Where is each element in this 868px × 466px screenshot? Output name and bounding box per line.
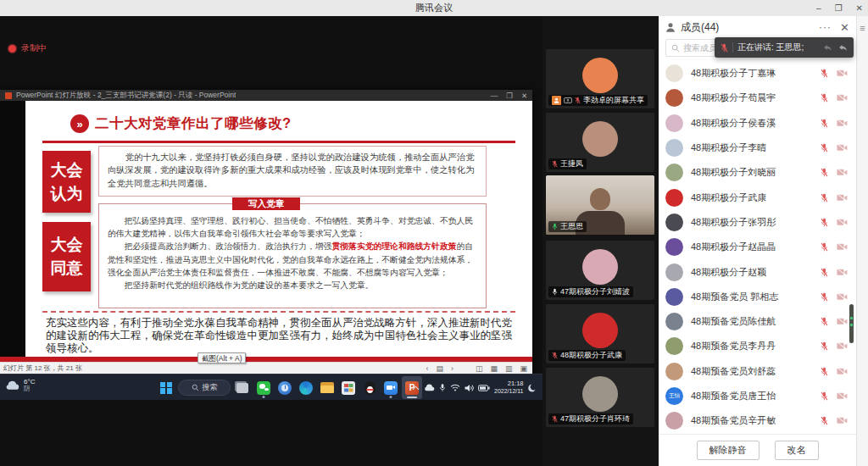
taskbar-app-store-app[interactable] — [338, 376, 359, 399]
mic-off-icon[interactable] — [821, 168, 828, 177]
member-row[interactable]: 48期积极分子侯春溪 — [659, 111, 856, 136]
taskbar-app-tencent-meeting[interactable] — [381, 376, 401, 399]
video-tile[interactable]: 王捷凤 — [546, 113, 654, 172]
ppt-close-button[interactable]: ✕ — [521, 92, 527, 100]
taskbar-app-task-view[interactable] — [232, 376, 253, 399]
menu-icon[interactable]: ≡ — [857, 23, 868, 33]
camera-off-icon[interactable] — [837, 417, 848, 424]
reply-arrow-icon[interactable] — [838, 44, 848, 52]
close-button[interactable]: ✕ — [856, 3, 863, 13]
reply-arrow-icon[interactable] — [823, 44, 832, 52]
camera-off-icon[interactable] — [837, 293, 848, 301]
mic-off-icon[interactable] — [821, 268, 828, 277]
taskbar-app-edge-browser[interactable] — [296, 376, 316, 399]
camera-off-icon[interactable] — [837, 318, 848, 325]
camera-off-icon[interactable] — [837, 169, 848, 176]
pen-menu-icon[interactable]: ▤ — [436, 364, 443, 373]
ppt-minimize-button[interactable]: — — [491, 92, 498, 100]
camera-off-icon[interactable] — [837, 194, 848, 202]
member-row[interactable]: 48期积极分子张羽彤 — [659, 210, 856, 235]
member-row[interactable]: 48期积极分子李晴 — [659, 136, 856, 160]
panel-close-icon[interactable]: ✕ — [840, 21, 849, 34]
comments-icon[interactable]: ◫ — [476, 364, 483, 373]
minimize-button[interactable]: – — [816, 3, 821, 13]
camera-off-icon[interactable] — [837, 94, 848, 102]
mic-off-icon[interactable] — [821, 341, 828, 351]
taskbar-app-qq[interactable] — [359, 376, 380, 399]
slide-paragraph: 把弘扬坚持真理、坚守理想、践行初心、担当使命、不怕牺牲、英勇斗争、对党忠诚、不负… — [108, 214, 477, 240]
camera-off-icon[interactable] — [837, 144, 848, 152]
mic-off-icon[interactable] — [821, 69, 828, 78]
wifi-icon[interactable] — [450, 384, 460, 391]
tencent-meeting-icon — [384, 381, 398, 395]
member-row[interactable]: 48期积极分子武康 — [659, 185, 856, 209]
camera-off-icon[interactable] — [837, 69, 848, 77]
camera-off-icon[interactable] — [837, 342, 848, 350]
mic-off-icon[interactable] — [821, 367, 828, 376]
unmute-button[interactable]: 解除静音 — [697, 441, 760, 460]
ppt-restore-button[interactable]: ❐ — [506, 92, 513, 100]
member-row[interactable]: 48期积极分子刘晓丽 — [659, 160, 856, 185]
screenshot-tooltip: 截图(Alt + A) — [198, 352, 246, 363]
member-row[interactable]: 48期预备党员李丹丹 — [659, 334, 856, 358]
mic-off-icon[interactable] — [821, 93, 828, 103]
mic-off-icon[interactable] — [821, 317, 828, 326]
video-tile[interactable]: 47期积极分子肖环琦 — [546, 368, 654, 427]
member-row[interactable]: 48期积极分子丁嘉琳 — [659, 61, 856, 86]
participant-label: 47期积极分子肖环琦 — [548, 413, 633, 424]
taskbar-app-security-app[interactable] — [275, 376, 295, 399]
battery-icon[interactable] — [478, 385, 490, 391]
grid-view-icon[interactable]: ▦ — [490, 364, 498, 373]
mic-off-icon[interactable] — [821, 391, 828, 401]
shared-screen-area: 录制中 PowerPoint 幻灯片放映 - 2_三支部书记讲党课(2) - 只… — [0, 16, 542, 466]
video-tile[interactable]: 王思思 — [546, 175, 654, 235]
mic-off-icon[interactable] — [821, 143, 828, 153]
video-tile[interactable]: 47期积极分子刘婧波 — [546, 241, 654, 300]
member-row[interactable]: 48期积极分子赵晶晶 — [659, 235, 856, 259]
mic-off-icon[interactable] — [821, 242, 828, 252]
camera-off-icon[interactable] — [837, 368, 848, 375]
mic-off-icon[interactable] — [821, 416, 828, 425]
volume-icon[interactable] — [465, 384, 474, 392]
slide-block-tongyi: 大会 同意 — [42, 222, 91, 291]
more-icon[interactable]: ··· — [819, 21, 832, 33]
camera-off-icon[interactable] — [837, 269, 848, 276]
member-row[interactable]: 48期预备党员陈佳航 — [659, 309, 856, 334]
focus-assist-icon[interactable] — [528, 384, 537, 392]
member-row[interactable]: 王怡 48期预备党员唐王怡 — [659, 384, 856, 408]
avatar — [665, 64, 683, 82]
mic-off-icon[interactable] — [821, 193, 828, 202]
taskbar-search[interactable]: 搜索 — [178, 380, 231, 396]
reading-view-icon[interactable]: ▥ — [505, 364, 513, 373]
mic-off-icon[interactable] — [821, 119, 828, 128]
scrollbar-thumb[interactable] — [849, 304, 854, 343]
video-tile[interactable]: 48期积极分子武康 — [546, 304, 654, 363]
taskbar-app-wechat[interactable] — [253, 376, 274, 399]
taskbar-app-file-explorer[interactable] — [317, 376, 337, 399]
display-icon[interactable]: ▣ — [520, 364, 527, 373]
next-slide-icon[interactable]: › — [451, 364, 453, 373]
camera-off-icon[interactable] — [837, 243, 848, 251]
member-row[interactable]: 48期积极分子赵颖 — [659, 259, 856, 284]
prev-slide-icon[interactable]: ‹ — [426, 364, 428, 373]
mic-icon[interactable] — [439, 383, 446, 392]
start-button[interactable] — [156, 376, 176, 399]
camera-off-icon[interactable] — [837, 219, 848, 226]
taskbar-weather-widget[interactable]: 6°C 阴 — [5, 378, 35, 393]
member-row[interactable]: 48期预备党员辛开敏 — [659, 408, 856, 433]
camera-off-icon[interactable] — [837, 119, 848, 127]
cloud-icon[interactable] — [424, 384, 435, 391]
member-row[interactable]: 48期预备党员 郭相志 — [659, 285, 856, 309]
maximize-button[interactable]: ❐ — [835, 3, 843, 13]
taskbar-clock[interactable]: 21:18 2022/12/11 — [494, 380, 524, 395]
recording-indicator: 录制中 — [8, 42, 47, 54]
member-row[interactable]: 48期积极分子苟晨宇 — [659, 86, 856, 110]
camera-off-icon[interactable] — [837, 392, 848, 400]
rename-button[interactable]: 改名 — [775, 441, 819, 460]
video-tile[interactable]: 李劲卓的屏幕共享 — [546, 49, 654, 108]
mic-off-icon[interactable] — [821, 218, 828, 227]
mic-off-icon[interactable] — [821, 292, 828, 302]
chevron-up-icon[interactable] — [412, 386, 420, 391]
slide-canvas[interactable]: » 二十大对党章作出了哪些修改? 大会 认为 党的十九大以来，党坚持打铁必须自身… — [25, 101, 532, 357]
member-row[interactable]: 48期预备党员刘舒蕊 — [659, 359, 856, 384]
